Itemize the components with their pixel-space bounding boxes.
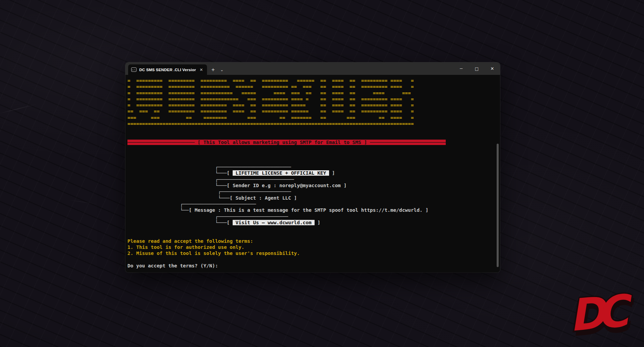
blank-line (127, 158, 446, 164)
entry-message: └──[ Message : This is a test message fo… (127, 207, 446, 213)
blank-line (127, 127, 446, 133)
desktop-scratch-mark (0, 104, 37, 114)
red-banner: ─────────────────────── [ This Tool allo… (127, 140, 446, 145)
scrollbar-thumb[interactable] (497, 144, 499, 267)
ascii-art-line: = ========= ========= ========== ====== … (127, 84, 446, 90)
command-prompt-icon: c:\ (131, 67, 137, 72)
close-button[interactable]: ✕ (485, 62, 500, 75)
dc-logo-text: DC (567, 286, 621, 341)
ascii-art-line: = ========= ========= ========= ==== == … (127, 102, 446, 108)
window-controls: ─ □ ✕ (453, 62, 500, 75)
entry-lifetime-license: └───[ LIFETIME LICENSE + OFFICIAL KEY ] (127, 170, 446, 176)
ascii-art-line: == === == ========= ========= ==== == ==… (127, 108, 446, 114)
entry-connector-visit-us: ┌──────────────────────── (127, 213, 446, 220)
blank-line (127, 152, 446, 158)
ascii-separator-line: ========================================… (127, 121, 446, 127)
terminal-window: c:\ DC SMS SENDER .CLI Version ✕ + ⌄ ─ □… (125, 62, 500, 272)
desktop-scratch-mark (67, 200, 97, 205)
tab-dc-sms-sender[interactable]: c:\ DC SMS SENDER .CLI Version ✕ (128, 64, 207, 75)
entry-connector-message: ┌───────────────────────── (127, 201, 446, 207)
titlebar[interactable]: c:\ DC SMS SENDER .CLI Version ✕ + ⌄ ─ □… (125, 62, 500, 75)
ascii-art-line: = ========= ========= ============= === … (127, 96, 446, 102)
terminal-body[interactable]: = ========= ========= ========= ==== == … (125, 75, 500, 272)
prompt-line[interactable]: Do you accept the terms? (Y/N): (127, 263, 446, 269)
entry-connector-sender-id: ┌────────────────────────── (127, 176, 446, 182)
tab-close-icon[interactable]: ✕ (199, 67, 204, 73)
maximize-button[interactable]: □ (469, 62, 485, 75)
entry-subject: └───[ Subject : Agent LLC ] (127, 195, 446, 201)
banner-line: ─────────────────────── [ This Tool allo… (127, 139, 446, 145)
ascii-art-line: = ========= ========= =========== ===== … (127, 90, 446, 96)
entry-connector-subject: ┌──────────────────────── (127, 189, 446, 195)
terminal-screen[interactable]: = ========= ========= ========= ==== == … (127, 78, 446, 269)
terms-line-1: 1. This tool is for authorized use only. (127, 244, 446, 250)
chevron-down-icon[interactable]: ⌄ (220, 68, 224, 72)
blank-line (127, 257, 446, 263)
terms-line-0: Please read and accept the following ter… (127, 238, 446, 244)
highlighted-text: LIFETIME LICENSE + OFFICIAL KEY (233, 170, 329, 176)
ascii-art-line: = ========= ========= ========= ==== == … (127, 78, 446, 84)
highlighted-text: Visit Us – www.dcwurld.com (233, 220, 315, 225)
entry-connector-lifetime-license: ┌───────────────────────── (127, 164, 446, 170)
entry-visit-us: └───[ Visit Us – www.dcwurld.com ] (127, 220, 446, 226)
entry-sender-id: └───[ Sender ID e.g : noreply@myaccount.… (127, 182, 446, 189)
terms-line-2: 2. Misuse of this tool is solely the use… (127, 250, 446, 256)
blank-line (127, 133, 446, 139)
minimize-button[interactable]: ─ (453, 62, 469, 75)
new-tab-button[interactable]: + (211, 67, 215, 73)
tab-title: DC SMS SENDER .CLI Version (139, 68, 196, 72)
dc-logo: DC (567, 284, 644, 346)
blank-line (127, 145, 446, 151)
blank-line (127, 232, 446, 238)
ascii-art-line: === === == ======== === == ======= == ==… (127, 115, 446, 121)
blank-line (127, 226, 446, 232)
